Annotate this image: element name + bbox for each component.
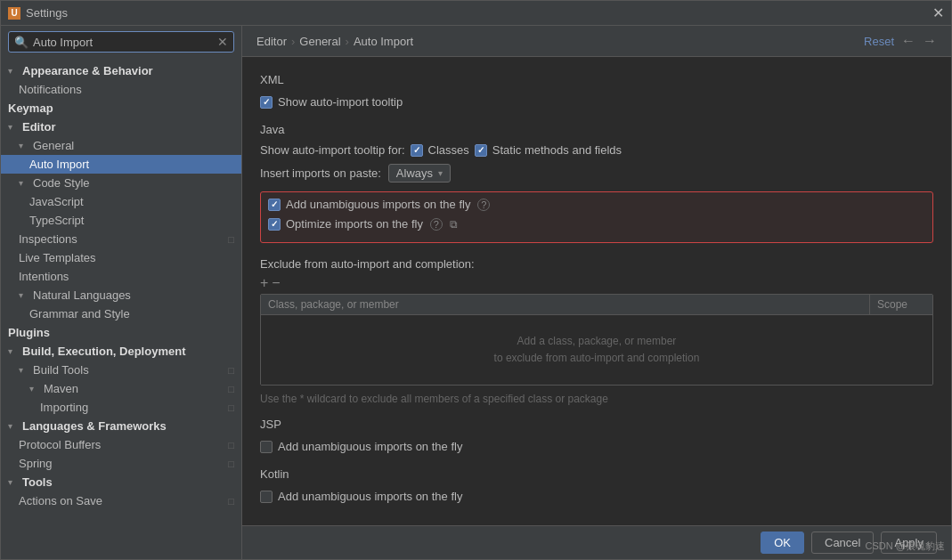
sidebar-item-keymap[interactable]: Keymap [1, 99, 241, 118]
sidebar-item-label: Intentions [19, 270, 69, 283]
sidebar-item-label: Build Tools [33, 363, 89, 377]
sidebar-item-inspections[interactable]: Inspections □ [1, 230, 241, 248]
sidebar-item-intentions[interactable]: Intentions [1, 267, 241, 286]
insert-imports-row: Insert imports on paste: Always ▾ [260, 164, 933, 183]
jsp-add-unambiguous-label[interactable]: Add unambiguous imports on the fly [260, 440, 462, 453]
optimize-imports-label[interactable]: ✓ Optimize imports on the fly [268, 217, 423, 231]
importing-badge: □ [228, 402, 234, 413]
actions-badge: □ [228, 496, 234, 507]
kotlin-section: Kotlin Add unambiguous imports on the fl… [260, 467, 933, 503]
show-tooltip-label: Show auto-import tooltip for: [260, 143, 405, 157]
jsp-add-unambiguous-checkbox[interactable] [260, 441, 273, 453]
expand-arrow: ▾ [19, 141, 29, 150]
sidebar-item-natural-languages[interactable]: ▾ Natural Languages [1, 286, 241, 304]
optimize-imports-text: Optimize imports on the fly [286, 217, 423, 231]
search-input[interactable] [33, 36, 213, 49]
sidebar-item-build-tools[interactable]: ▾ Build Tools □ [1, 361, 241, 379]
remove-item-button[interactable]: − [272, 276, 280, 290]
bottom-bar: OK Cancel Apply [242, 525, 951, 559]
sidebar-item-grammar-style[interactable]: Grammar and Style [1, 304, 241, 323]
breadcrumb-editor: Editor [256, 35, 287, 48]
wildcard-note: Use the * wildcard to exclude all member… [260, 393, 933, 405]
sidebar-item-notifications[interactable]: Notifications [1, 80, 241, 99]
breadcrumb-sep2: › [346, 35, 349, 48]
static-methods-label: Static methods and fields [492, 143, 622, 157]
build-tools-badge: □ [228, 365, 234, 376]
sidebar-item-label: Code Style [33, 176, 90, 190]
sidebar-item-label: Live Templates [19, 251, 95, 264]
sidebar-item-javascript[interactable]: JavaScript [1, 192, 241, 211]
sidebar-item-plugins[interactable]: Plugins [1, 323, 241, 342]
classes-checkbox[interactable]: ✓ [411, 144, 423, 157]
clear-search-icon[interactable]: ✕ [217, 35, 228, 49]
expand-arrow: ▾ [8, 122, 19, 132]
sidebar-item-label: Notifications [19, 83, 82, 96]
cancel-button[interactable]: Cancel [811, 532, 874, 554]
reset-button[interactable]: Reset [864, 35, 894, 48]
sidebar-item-general[interactable]: ▾ General [1, 136, 241, 155]
sidebar-item-auto-import[interactable]: Auto Import [1, 155, 241, 174]
kotlin-add-unambiguous-label[interactable]: Add unambiguous imports on the fly [260, 490, 462, 503]
checkmark-icon: ✓ [271, 199, 278, 209]
expand-arrow: ▾ [8, 477, 19, 487]
ok-button[interactable]: OK [761, 532, 804, 554]
sidebar-item-code-style[interactable]: ▾ Code Style [1, 174, 241, 192]
checkmark-icon: ✓ [271, 219, 278, 229]
nav-back-button[interactable]: ← [901, 33, 915, 49]
exclude-section: Exclude from auto-import and completion:… [260, 257, 933, 405]
optimize-imports-help-icon[interactable]: ? [430, 218, 443, 231]
kotlin-add-unambiguous-checkbox[interactable] [260, 491, 273, 503]
kotlin-section-title: Kotlin [260, 467, 933, 481]
sidebar-item-tools[interactable]: ▾ Tools [1, 473, 241, 491]
sidebar-item-spring[interactable]: Spring □ [1, 454, 241, 473]
expand-arrow: ▾ [29, 384, 40, 394]
java-section-title: Java [260, 123, 933, 136]
nav-forward-button[interactable]: → [923, 33, 937, 49]
add-unambiguous-checkbox[interactable]: ✓ [268, 199, 281, 211]
exclude-title: Exclude from auto-import and completion: [260, 257, 933, 271]
sidebar-item-editor[interactable]: ▾ Editor [1, 118, 241, 136]
sidebar-item-actions-on-save[interactable]: Actions on Save □ [1, 491, 241, 510]
sidebar-item-build-execution[interactable]: ▾ Build, Execution, Deployment [1, 342, 241, 361]
table-empty-message: Add a class, package, or memberto exclud… [261, 315, 932, 385]
sidebar-item-appearance[interactable]: ▾ Appearance & Behavior [1, 61, 241, 80]
sidebar-item-maven[interactable]: ▾ Maven □ [1, 379, 241, 398]
sidebar-item-typescript[interactable]: TypeScript [1, 211, 241, 230]
sidebar-item-languages[interactable]: ▾ Languages & Frameworks [1, 417, 241, 435]
xml-section: XML ✓ Show auto-import tooltip [260, 73, 933, 109]
sidebar-item-label: Editor [22, 120, 56, 134]
add-unambiguous-help-icon[interactable]: ? [477, 199, 490, 211]
add-unambiguous-text: Add unambiguous imports on the fly [286, 198, 470, 211]
checkmark-icon: ✓ [263, 97, 270, 107]
panel-header: Editor › General › Auto Import Reset ← → [242, 26, 951, 57]
main-panel: Editor › General › Auto Import Reset ← →… [242, 26, 951, 559]
sidebar-item-label: Natural Languages [33, 288, 131, 302]
insert-imports-dropdown[interactable]: Always ▾ [388, 164, 451, 183]
sidebar-item-label: Keymap [8, 101, 53, 115]
show-auto-import-tooltip-xml-checkbox[interactable]: ✓ [260, 96, 273, 109]
highlighted-imports-section: ✓ Add unambiguous imports on the fly ? ✓ [260, 191, 933, 243]
show-auto-import-tooltip-xml-label[interactable]: ✓ Show auto-import tooltip [260, 95, 403, 109]
sidebar: 🔍 ✕ ▾ Appearance & Behavior Notification… [1, 26, 242, 559]
close-button[interactable]: ✕ [932, 6, 944, 20]
inspections-badge: □ [228, 234, 234, 245]
optimize-imports-edit-icon[interactable]: ⧉ [450, 218, 458, 231]
add-item-button[interactable]: + [260, 276, 268, 290]
sidebar-item-importing[interactable]: Importing □ [1, 398, 241, 417]
add-unambiguous-label[interactable]: ✓ Add unambiguous imports on the fly [268, 198, 470, 211]
sidebar-item-label: Grammar and Style [29, 307, 130, 321]
search-icon: 🔍 [14, 36, 28, 49]
search-box[interactable]: 🔍 ✕ [8, 31, 234, 53]
kotlin-add-unambiguous-row: Add unambiguous imports on the fly [260, 490, 933, 503]
sidebar-item-live-templates[interactable]: Live Templates [1, 248, 241, 267]
apply-button[interactable]: Apply [881, 532, 937, 554]
sidebar-item-protocol-buffers[interactable]: Protocol Buffers □ [1, 435, 241, 454]
titlebar: U Settings ✕ [1, 1, 951, 26]
titlebar-left: U Settings [8, 6, 68, 20]
optimize-imports-row: ✓ Optimize imports on the fly ? ⧉ [268, 217, 925, 231]
sidebar-item-label: Build, Execution, Deployment [22, 345, 185, 358]
dropdown-arrow-icon: ▾ [438, 168, 443, 178]
xml-section-title: XML [260, 73, 933, 86]
static-methods-checkbox[interactable]: ✓ [475, 144, 487, 157]
optimize-imports-checkbox[interactable]: ✓ [268, 218, 281, 231]
